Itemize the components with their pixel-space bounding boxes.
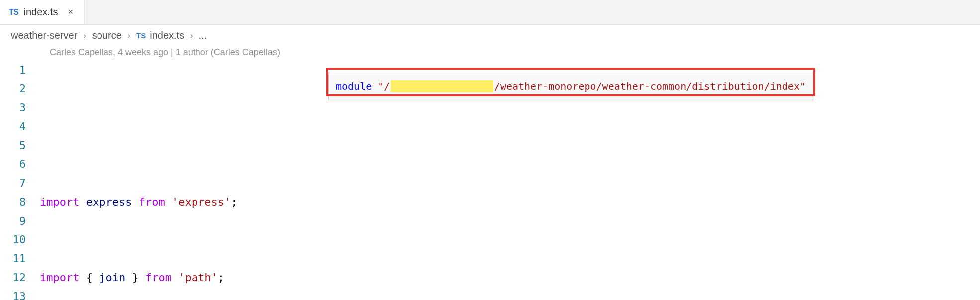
token: [79, 193, 86, 212]
token-keyword: import: [40, 193, 79, 212]
gitlens-line-annotation: Carles Capellas, 4 weeks ago | 1 author …: [0, 46, 980, 61]
line-number: 3: [0, 98, 26, 117]
hover-slash: /: [384, 77, 390, 96]
close-icon[interactable]: ×: [66, 5, 75, 19]
hover-keyword: module: [336, 77, 372, 96]
line-number: 9: [0, 212, 26, 230]
line-number: 2: [0, 79, 26, 98]
code-editor[interactable]: 1 2 3 4 5 6 7 8 9 10 11 12 13 module "//…: [0, 61, 980, 300]
line-number: 7: [0, 174, 26, 193]
typescript-icon: TS: [9, 8, 18, 17]
token: [132, 193, 138, 212]
tab-index-ts[interactable]: TS index.ts ×: [0, 0, 85, 24]
line-number-gutter: 1 2 3 4 5 6 7 8 9 10 11 12 13: [0, 61, 40, 300]
token-string: 'path': [178, 268, 217, 287]
code-line[interactable]: import express from 'express';: [40, 193, 980, 212]
tab-label: index.ts: [23, 6, 58, 18]
line-number: 10: [0, 230, 26, 249]
line-number: 13: [0, 287, 26, 300]
chevron-right-icon: ›: [190, 31, 193, 40]
line-number: 8: [0, 193, 26, 212]
code-line[interactable]: import { join } from 'path';: [40, 268, 980, 287]
hover-path: /weather-monorepo/weather-common/distrib…: [494, 77, 806, 96]
typescript-icon: TS: [136, 31, 146, 40]
line-number: 11: [0, 249, 26, 268]
token: ;: [231, 193, 237, 212]
token-string: 'express': [172, 193, 231, 212]
token-identifier: express: [86, 193, 132, 212]
token-keyword: from: [139, 193, 165, 212]
breadcrumb-folder[interactable]: weather-server: [11, 30, 77, 41]
hover-quote: ": [372, 77, 384, 96]
token-keyword: from: [145, 268, 172, 287]
chevron-right-icon: ›: [128, 31, 130, 40]
breadcrumb-symbol[interactable]: ...: [199, 30, 207, 41]
breadcrumb[interactable]: weather-server › source › TS index.ts › …: [0, 25, 980, 46]
hover-tooltip: module "//weather-monorepo/weather-commo…: [328, 73, 813, 100]
line-number: 12: [0, 268, 26, 287]
line-number: 4: [0, 117, 26, 136]
token-identifier: join: [99, 268, 125, 287]
breadcrumb-folder[interactable]: source: [92, 30, 122, 41]
token: [165, 193, 172, 212]
line-number: 6: [0, 155, 26, 174]
breadcrumb-file[interactable]: TS index.ts: [136, 30, 184, 41]
tab-bar: TS index.ts ×: [0, 0, 980, 25]
line-number: 5: [0, 136, 26, 155]
chevron-right-icon: ›: [83, 31, 86, 40]
token: {: [79, 268, 99, 287]
redacted-highlight: [391, 80, 493, 92]
token-keyword: import: [40, 268, 79, 287]
breadcrumb-file-label: index.ts: [150, 30, 184, 41]
token: ;: [218, 268, 224, 287]
token: }: [125, 268, 145, 287]
code-content[interactable]: module "//weather-monorepo/weather-commo…: [40, 61, 980, 300]
line-number: 1: [0, 61, 26, 79]
token: [172, 268, 178, 287]
